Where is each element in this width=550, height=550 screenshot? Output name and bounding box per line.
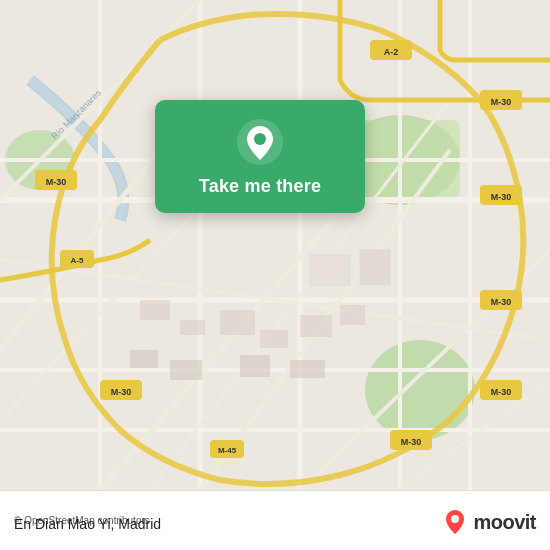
svg-rect-45: [140, 300, 170, 320]
bottom-bar: © OpenStreetMap contributors En Dian Mao…: [0, 490, 550, 550]
svg-point-59: [451, 515, 459, 523]
map-svg: M-30 M-30 M-30 M-30 A-5 M-30 A-2 M-30 M-…: [0, 0, 550, 490]
svg-rect-56: [360, 250, 390, 285]
svg-rect-49: [300, 315, 332, 337]
svg-text:M-45: M-45: [218, 446, 237, 455]
svg-text:M-30: M-30: [491, 297, 512, 307]
svg-text:A-2: A-2: [384, 47, 399, 57]
svg-rect-53: [240, 355, 270, 377]
svg-rect-55: [310, 255, 350, 285]
svg-text:M-30: M-30: [46, 177, 67, 187]
svg-text:M-30: M-30: [491, 192, 512, 202]
svg-text:M-30: M-30: [491, 387, 512, 397]
location-pin-icon: [236, 118, 284, 166]
svg-rect-50: [340, 305, 365, 325]
svg-text:M-30: M-30: [401, 437, 422, 447]
take-me-there-button[interactable]: Take me there: [199, 176, 321, 197]
svg-point-2: [365, 340, 475, 440]
moovit-logo: moovit: [441, 508, 536, 536]
svg-text:A-5: A-5: [71, 256, 84, 265]
map-view[interactable]: M-30 M-30 M-30 M-30 A-5 M-30 A-2 M-30 M-…: [0, 0, 550, 490]
moovit-pin-icon: [441, 508, 469, 536]
location-label: En Dian Mao Yi, Madrid: [14, 516, 161, 532]
svg-rect-51: [130, 350, 158, 368]
svg-rect-52: [170, 360, 202, 380]
svg-text:M-30: M-30: [491, 97, 512, 107]
svg-rect-47: [220, 310, 255, 335]
svg-point-58: [254, 133, 266, 145]
svg-rect-54: [290, 360, 325, 378]
svg-rect-48: [260, 330, 288, 348]
action-card[interactable]: Take me there: [155, 100, 365, 213]
moovit-text: moovit: [473, 511, 536, 534]
svg-rect-46: [180, 320, 205, 335]
svg-text:M-30: M-30: [111, 387, 132, 397]
